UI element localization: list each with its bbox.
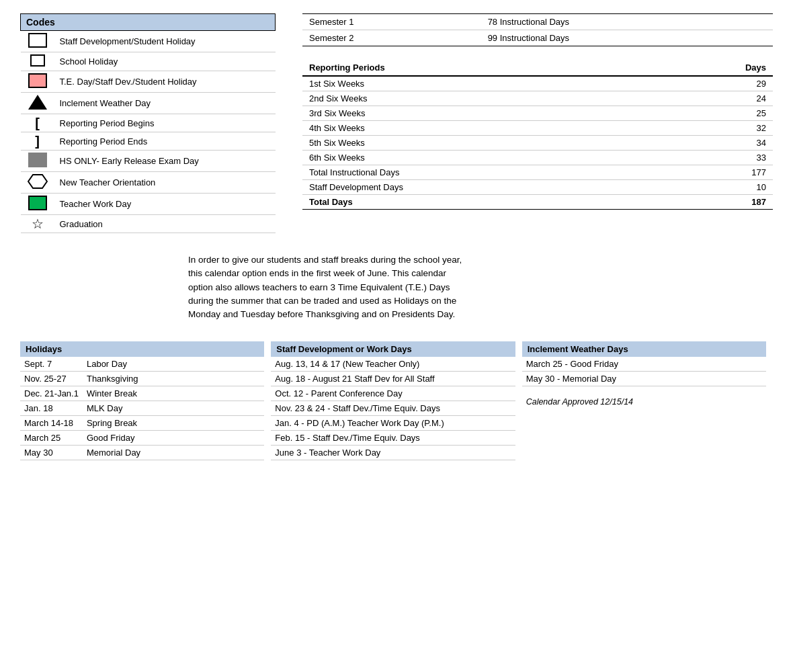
reporting-row-1: 1st Six Weeks 29: [302, 76, 773, 91]
code-row-2: School Holiday: [21, 52, 276, 71]
holiday-label-6: Good Friday: [83, 431, 264, 446]
code-row-9: Teacher Work Day: [21, 194, 276, 215]
holiday-row-5: March 14-18 Spring Break: [20, 416, 264, 431]
holiday-label-2: Thanksgiving: [83, 372, 264, 386]
top-section: Codes Staff Development/Student Holiday …: [20, 13, 773, 233]
middle-text: In order to give our students and staff …: [188, 253, 470, 321]
semester-2-label: Semester 2: [302, 30, 481, 46]
rp-days-8: 10: [659, 180, 773, 195]
staff-dev-label-5: Jan. 4 - PD (A.M.) Teacher Work Day (P.M…: [271, 416, 515, 431]
reporting-row-6: 6th Six Weeks 33: [302, 151, 773, 165]
semester-1-value: 78 Instructional Days: [481, 14, 773, 30]
staff-dev-label-2: Aug. 18 - August 21 Staff Dev for All St…: [271, 372, 515, 386]
holiday-date-6: March 25: [20, 431, 83, 446]
code-row-10: ☆ Graduation: [21, 215, 276, 233]
code-row-6: ] Reporting Period Ends: [21, 132, 276, 151]
semester-2-value: 99 Instructional Days: [481, 30, 773, 46]
staff-dev-header: Staff Development or Work Days: [271, 341, 515, 357]
reporting-row-5: 5th Six Weeks 34: [302, 136, 773, 151]
rp-label-1: 1st Six Weeks: [302, 76, 659, 91]
staff-dev-row-4: Nov. 23 & 24 - Staff Dev./Time Equiv. Da…: [271, 401, 515, 416]
rp-days-3: 25: [659, 106, 773, 121]
code-label-5: Reporting Period Begins: [54, 114, 276, 132]
holiday-date-2: Nov. 25-27: [20, 372, 83, 386]
holiday-date-7: May 30: [20, 446, 83, 460]
holidays-header: Holidays: [20, 341, 264, 357]
holidays-table: Sept. 7 Labor Day Nov. 25-27 Thanksgivin…: [20, 357, 264, 460]
code-icon-10: ☆: [21, 215, 54, 233]
reporting-row-4: 4th Six Weeks 32: [302, 121, 773, 136]
rp-label-8: Staff Development Days: [302, 180, 659, 195]
staff-dev-row-2: Aug. 18 - August 21 Staff Dev for All St…: [271, 372, 515, 386]
holiday-label-3: Winter Break: [83, 386, 264, 401]
rp-days-6: 33: [659, 151, 773, 165]
code-label-9: Teacher Work Day: [54, 194, 276, 215]
calendar-approved: Calendar Approved 12/15/14: [522, 397, 766, 407]
code-icon-4: [21, 93, 54, 114]
rp-label-4: 4th Six Weeks: [302, 121, 659, 136]
pink-box-icon: [28, 73, 47, 88]
staff-dev-label-1: Aug. 13, 14 & 17 (New Teacher Only): [271, 357, 515, 372]
holiday-row-4: Jan. 18 MLK Day: [20, 401, 264, 416]
code-row-5: [ Reporting Period Begins: [21, 114, 276, 132]
svg-marker-0: [28, 175, 47, 188]
code-label-8: New Teacher Orientation: [54, 172, 276, 194]
holiday-date-4: Jan. 18: [20, 401, 83, 416]
semester-row-2: Semester 2 99 Instructional Days: [302, 30, 773, 46]
bracket-close-icon: ]: [35, 134, 40, 149]
staff-dev-row-6: Feb. 15 - Staff Dev./Time Equiv. Days: [271, 431, 515, 446]
rp-label-6: 6th Six Weeks: [302, 151, 659, 165]
green-box-icon: [28, 196, 47, 210]
inclement-row-1: March 25 - Good Friday: [522, 357, 766, 372]
staff-dev-row-7: June 3 - Teacher Work Day: [271, 446, 515, 460]
code-icon-6: ]: [21, 132, 54, 151]
inclement-row-2: May 30 - Memorial Day: [522, 372, 766, 386]
staff-dev-label-7: June 3 - Teacher Work Day: [271, 446, 515, 460]
holiday-row-1: Sept. 7 Labor Day: [20, 357, 264, 372]
bracket-open-icon: [: [35, 116, 40, 130]
code-icon-8: [21, 172, 54, 194]
staff-dev-row-1: Aug. 13, 14 & 17 (New Teacher Only): [271, 357, 515, 372]
holiday-date-3: Dec. 21-Jan.1: [20, 386, 83, 401]
holiday-row-6: March 25 Good Friday: [20, 431, 264, 446]
rp-total-days: 187: [659, 195, 773, 210]
code-icon-3: [21, 71, 54, 93]
staff-dev-row-3: Oct. 12 - Parent Conference Day: [271, 386, 515, 401]
semester-row-1: Semester 1 78 Instructional Days: [302, 14, 773, 30]
holiday-label-5: Spring Break: [83, 416, 264, 431]
holiday-row-3: Dec. 21-Jan.1 Winter Break: [20, 386, 264, 401]
code-icon-9: [21, 194, 54, 215]
code-icon-2: [21, 52, 54, 71]
holiday-label-7: Memorial Day: [83, 446, 264, 460]
code-icon-5: [: [21, 114, 54, 132]
code-icon-7: [21, 151, 54, 172]
hexagon-icon: [28, 174, 48, 189]
code-label-2: School Holiday: [54, 52, 276, 71]
reporting-row-2: 2nd Six Weeks 24: [302, 91, 773, 106]
staff-dev-table: Aug. 13, 14 & 17 (New Teacher Only) Aug.…: [271, 357, 515, 460]
semester-1-label: Semester 1: [302, 14, 481, 30]
codes-section: Codes Staff Development/Student Holiday …: [20, 13, 276, 233]
grey-rect-icon: [28, 153, 47, 167]
inclement-header: Inclement Weather Days: [522, 341, 766, 357]
code-icon-1: [21, 31, 54, 52]
code-label-1: Staff Development/Student Holiday: [54, 31, 276, 52]
holiday-label-1: Labor Day: [83, 357, 264, 372]
reporting-row-7: Total Instructional Days 177: [302, 165, 773, 180]
bottom-section: Holidays Sept. 7 Labor Day Nov. 25-27 Th…: [20, 341, 773, 460]
code-label-7: HS ONLY- Early Release Exam Day: [54, 151, 276, 172]
code-label-10: Graduation: [54, 215, 276, 233]
code-row-8: New Teacher Orientation: [21, 172, 276, 194]
holiday-label-4: MLK Day: [83, 401, 264, 416]
star-icon: ☆: [32, 216, 44, 231]
rp-label-7: Total Instructional Days: [302, 165, 659, 180]
rp-days-7: 177: [659, 165, 773, 180]
staff-dev-label-4: Nov. 23 & 24 - Staff Dev./Time Equiv. Da…: [271, 401, 515, 416]
staff-dev-row-5: Jan. 4 - PD (A.M.) Teacher Work Day (P.M…: [271, 416, 515, 431]
codes-header: Codes: [21, 14, 276, 31]
reporting-table: Reporting Periods Days 1st Six Weeks 29 …: [302, 60, 773, 210]
staff-dev-column: Staff Development or Work Days Aug. 13, …: [271, 341, 521, 460]
code-row-3: T.E. Day/Staff Dev./Student Holiday: [21, 71, 276, 93]
rp-label-2: 2nd Six Weeks: [302, 91, 659, 106]
codes-table: Codes Staff Development/Student Holiday …: [20, 13, 276, 233]
